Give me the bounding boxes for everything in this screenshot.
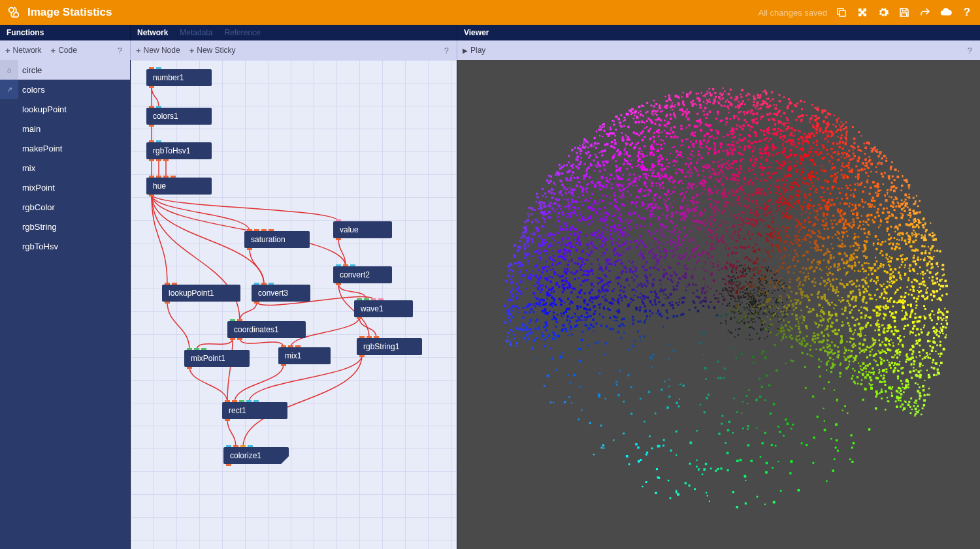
svg-rect-5162 — [548, 175, 550, 177]
copy-icon[interactable] — [835, 6, 848, 19]
svg-rect-4180 — [754, 173, 756, 175]
svg-rect-5632 — [689, 93, 691, 95]
node-value[interactable]: value — [333, 221, 392, 238]
network-help[interactable]: ? — [442, 46, 451, 55]
svg-rect-4044 — [880, 243, 883, 246]
node-convert3[interactable]: convert3 — [252, 285, 310, 302]
network-panel[interactable]: number1colors1rgbToHsv1huesaturationvalu… — [131, 60, 457, 549]
node-number1[interactable]: number1 — [146, 69, 212, 86]
svg-rect-1876 — [836, 287, 838, 288]
svg-rect-6078 — [755, 305, 756, 306]
save-icon[interactable] — [898, 6, 911, 19]
viewer-panel[interactable] — [457, 60, 980, 549]
function-item-mixPoint[interactable]: mixPoint — [0, 178, 130, 197]
new-sticky-button[interactable]: +New Sticky — [189, 46, 236, 55]
svg-rect-4856 — [850, 195, 851, 196]
function-item-rgbToHsv[interactable]: rgbToHsv — [0, 236, 130, 256]
svg-rect-4395 — [796, 190, 798, 192]
tab-viewer[interactable]: Viewer — [464, 28, 489, 37]
svg-rect-5299 — [667, 296, 669, 298]
gear-icon[interactable] — [877, 6, 890, 19]
function-item-colors[interactable]: ↗colors — [0, 80, 130, 99]
help-icon[interactable]: ? — [960, 6, 973, 19]
functions-help[interactable]: ? — [115, 46, 125, 55]
svg-rect-3088 — [634, 279, 635, 280]
node-lookupPoint1[interactable]: lookupPoint1 — [162, 285, 240, 302]
svg-rect-2834 — [610, 174, 613, 176]
node-saturation[interactable]: saturation — [244, 231, 310, 248]
function-item-main[interactable]: main — [0, 119, 130, 138]
new-node-button[interactable]: +New Node — [136, 46, 180, 55]
svg-rect-4182 — [708, 187, 710, 189]
svg-rect-5683 — [596, 182, 598, 184]
node-hue[interactable]: hue — [146, 178, 212, 195]
svg-rect-5851 — [751, 312, 752, 313]
svg-rect-1586 — [825, 116, 828, 119]
share-icon[interactable] — [919, 6, 932, 19]
svg-rect-3416 — [747, 140, 750, 142]
svg-rect-708 — [703, 354, 704, 355]
function-item-mix[interactable]: mix — [0, 158, 130, 178]
node-coordinates1[interactable]: coordinates1 — [227, 321, 306, 338]
tab-metadata[interactable]: Metadata — [180, 28, 212, 37]
svg-rect-3198 — [817, 249, 819, 251]
new-network-button[interactable]: +Network — [5, 46, 42, 55]
function-item-rgbColor[interactable]: rgbColor — [0, 197, 130, 217]
svg-rect-4843 — [859, 294, 861, 296]
puzzle-icon[interactable] — [856, 6, 869, 19]
svg-rect-798 — [527, 245, 529, 247]
svg-rect-731 — [766, 172, 768, 174]
svg-rect-5341 — [931, 247, 932, 249]
tab-functions[interactable]: Functions — [7, 28, 44, 37]
svg-rect-4097 — [674, 254, 676, 256]
tab-reference[interactable]: Reference — [224, 28, 260, 37]
cloud-icon[interactable] — [939, 6, 953, 19]
svg-rect-2653 — [815, 216, 817, 219]
svg-rect-5170 — [825, 138, 826, 140]
svg-rect-1031 — [769, 112, 771, 114]
svg-rect-927 — [826, 369, 827, 371]
node-colorize1[interactable]: colorize1 — [223, 447, 289, 464]
node-convert2[interactable]: convert2 — [333, 266, 392, 283]
svg-rect-700 — [557, 242, 559, 243]
svg-rect-5928 — [729, 281, 730, 282]
svg-rect-4932 — [521, 275, 522, 276]
svg-rect-781 — [679, 208, 681, 210]
svg-rect-1989 — [717, 165, 719, 167]
svg-rect-908 — [629, 174, 630, 176]
svg-rect-6051 — [738, 285, 739, 286]
svg-rect-4418 — [608, 133, 609, 134]
node-wave1[interactable]: wave1 — [354, 300, 413, 317]
svg-rect-5728 — [623, 251, 625, 252]
svg-rect-4846 — [553, 311, 554, 313]
svg-rect-122 — [677, 153, 679, 156]
node-mixPoint1[interactable]: mixPoint1 — [184, 350, 250, 367]
svg-rect-698 — [687, 187, 689, 189]
viewer-help[interactable]: ? — [965, 46, 975, 55]
new-code-button[interactable]: +Code — [51, 46, 77, 55]
svg-rect-437 — [907, 304, 909, 306]
play-button[interactable]: ▶Play — [463, 46, 485, 55]
svg-rect-5924 — [751, 313, 753, 315]
svg-rect-4937 — [546, 196, 547, 197]
node-rgbString1[interactable]: rgbString1 — [357, 338, 422, 355]
svg-rect-4085 — [575, 316, 576, 317]
svg-rect-6093 — [768, 305, 769, 306]
node-rect1[interactable]: rect1 — [222, 402, 287, 419]
node-rgbToHsv1[interactable]: rgbToHsv1 — [146, 142, 212, 159]
function-item-makePoint[interactable]: makePoint — [0, 138, 130, 158]
tab-network[interactable]: Network — [137, 28, 168, 37]
svg-rect-984 — [915, 313, 917, 315]
svg-rect-2418 — [624, 159, 626, 161]
svg-rect-4847 — [843, 174, 845, 176]
svg-rect-5925 — [755, 292, 756, 293]
function-item-rgbString[interactable]: rgbString — [0, 217, 130, 236]
node-mix1[interactable]: mix1 — [278, 347, 331, 364]
svg-rect-2338 — [862, 374, 864, 376]
svg-rect-461 — [627, 126, 630, 129]
function-item-lookupPoint[interactable]: lookupPoint — [0, 99, 130, 119]
node-colors1[interactable]: colors1 — [146, 108, 212, 125]
svg-rect-1459 — [712, 88, 714, 90]
svg-rect-5585 — [819, 283, 822, 285]
function-item-circle[interactable]: ⌂circle — [0, 60, 130, 80]
